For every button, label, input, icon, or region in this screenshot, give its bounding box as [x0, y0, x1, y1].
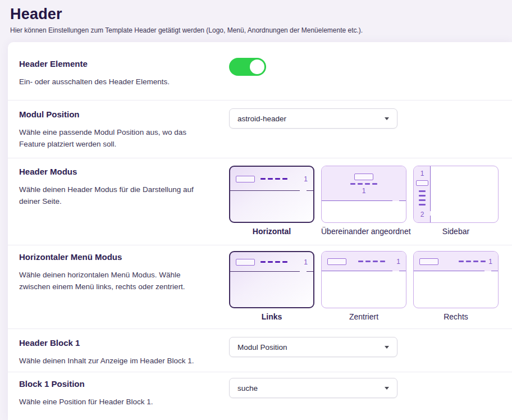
option-preview: 1 — [321, 166, 406, 223]
row-header-modus: Header Modus Wähle deinen Header Modus f… — [8, 158, 512, 245]
header-preview: 1 — [230, 252, 313, 272]
field-description: Wähle eine Position für Header Block 1. — [19, 396, 205, 408]
option-preview: 1 — [413, 251, 499, 308]
row-block-1-position: Block 1 Position Wähle eine Position für… — [8, 372, 512, 413]
logo-placeholder-icon — [327, 258, 346, 265]
logo-placeholder-icon — [236, 259, 255, 266]
block-number: 1 — [304, 259, 308, 266]
option-card-uebereinander[interactable]: 1 Übereinander angeordnet — [321, 166, 406, 236]
option-preview: 1 2 — [413, 166, 499, 223]
field-info: Modul Position Wähle eine passende Modul… — [19, 109, 229, 150]
option-card-links[interactable]: 1 Links — [229, 251, 314, 321]
menu-dashes-icon — [260, 178, 287, 180]
logo-placeholder-icon — [354, 174, 373, 180]
field-control: Modul Position — [229, 337, 501, 357]
page-title: Header — [10, 6, 502, 23]
row-modul-position: Modul Position Wähle eine passende Modul… — [8, 101, 512, 158]
settings-card: Header Elemente Ein- oder ausschalten de… — [8, 42, 512, 420]
option-card-horizontal[interactable]: 1 Horizontal — [229, 166, 314, 236]
field-label: Header Modus — [19, 167, 216, 176]
menu-dashes-icon — [358, 261, 385, 262]
field-description: Wähle deinen Inhalt zur Anzeige im Heade… — [19, 355, 205, 367]
option-preview: 1 — [229, 251, 314, 308]
page-header: Header Hier können Einstellungen zum Tem… — [0, 0, 512, 42]
header-preview: 1 — [230, 167, 313, 191]
row-header-elemente: Header Elemente Ein- oder ausschalten de… — [8, 42, 512, 101]
select-value: suche — [237, 384, 258, 392]
field-control: 1 Links 1 Zentriert — [229, 251, 501, 321]
field-info: Horizontaler Menü Modus Wähle deinen hor… — [19, 252, 229, 293]
logo-placeholder-icon — [419, 258, 438, 265]
row-menue-modus: Horizontaler Menü Modus Wähle deinen hor… — [8, 245, 512, 329]
block-number: 1 — [304, 176, 308, 182]
template-header-settings-page: Header Hier können Einstellungen zum Tem… — [0, 0, 512, 420]
menu-dashes-icon — [260, 261, 287, 263]
block-number: 1 — [488, 258, 492, 265]
field-control: suche — [229, 378, 501, 398]
select-value: Modul Position — [237, 343, 287, 351]
dropdown-caret-icon — [385, 117, 389, 120]
option-card-rechts[interactable]: 1 Rechts — [413, 251, 499, 321]
field-info: Header Block 1 Wähle deinen Inhalt zur A… — [19, 338, 229, 367]
block-number: 1 — [362, 188, 366, 194]
menu-dashes-icon — [459, 261, 486, 262]
field-label: Horizontaler Menü Modus — [19, 252, 216, 262]
field-info: Header Modus Wähle deinen Header Modus f… — [19, 167, 229, 207]
option-preview: 1 — [321, 251, 406, 308]
menue-modus-options: 1 Links 1 Zentriert — [229, 251, 501, 321]
block-1-position-select[interactable]: suche — [229, 378, 397, 398]
option-label: Links — [229, 312, 314, 321]
page-subtitle: Hier können Einstellungen zum Template H… — [10, 26, 502, 34]
option-label: Sidebar — [413, 227, 499, 236]
option-label: Horizontal — [229, 227, 314, 236]
field-label: Modul Position — [19, 109, 216, 119]
dropdown-caret-icon — [385, 387, 389, 390]
logo-placeholder-icon — [236, 176, 255, 182]
header-preview: 1 — [322, 166, 406, 201]
header-preview: 1 — [322, 252, 406, 271]
toggle-knob-icon — [250, 60, 264, 74]
field-description: Wähle eine passende Modul Position aus, … — [19, 126, 205, 150]
dropdown-caret-icon — [385, 346, 389, 349]
field-control — [229, 58, 501, 76]
option-card-sidebar[interactable]: 1 2 Sidebar — [413, 166, 499, 236]
field-description: Ein- oder ausschalten des Header Element… — [19, 76, 205, 88]
option-preview: 1 — [229, 166, 314, 223]
block-number: 1 — [420, 170, 424, 177]
field-label: Header Elemente — [19, 59, 216, 69]
field-control: astroid-header — [229, 108, 501, 129]
sidebar-preview: 1 2 — [414, 166, 431, 222]
header-elemente-toggle[interactable] — [229, 58, 266, 76]
block-number: 1 — [396, 258, 400, 265]
row-header-block-1: Header Block 1 Wähle deinen Inhalt zur A… — [8, 329, 512, 372]
modul-position-select[interactable]: astroid-header — [229, 108, 397, 129]
field-info: Block 1 Position Wähle eine Position für… — [19, 379, 229, 408]
option-label: Übereinander angeordnet — [321, 227, 406, 236]
field-label: Header Block 1 — [19, 338, 216, 348]
field-control: 1 Horizontal 1 Über — [229, 166, 501, 236]
header-preview: 1 — [414, 252, 498, 271]
field-description: Wähle deinen Header Modus für die Darste… — [19, 184, 205, 207]
header-modus-options: 1 Horizontal 1 Über — [229, 166, 501, 236]
menu-dashes-icon — [350, 183, 377, 185]
option-label: Rechts — [413, 312, 499, 321]
field-info: Header Elemente Ein- oder ausschalten de… — [19, 59, 229, 88]
select-value: astroid-header — [237, 115, 286, 123]
header-block-1-select[interactable]: Modul Position — [229, 337, 397, 357]
option-card-zentriert[interactable]: 1 Zentriert — [321, 251, 406, 321]
menu-dashes-icon — [419, 190, 426, 206]
block-number: 2 — [420, 211, 424, 218]
option-label: Zentriert — [321, 312, 406, 321]
logo-placeholder-icon — [416, 180, 428, 186]
field-label: Block 1 Position — [19, 379, 216, 389]
field-description: Wähle deinen horizontalen Menü Modus. Wä… — [19, 269, 205, 293]
